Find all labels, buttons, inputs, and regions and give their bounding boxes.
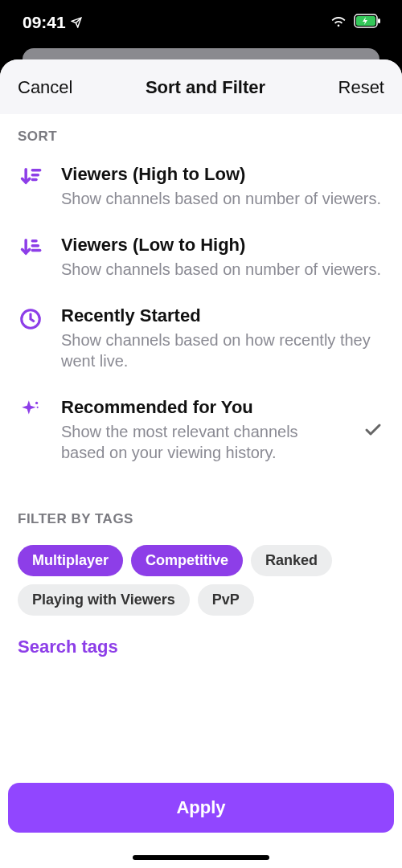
sort-option-title: Recently Started xyxy=(61,305,384,326)
home-indicator[interactable] xyxy=(133,855,269,860)
sheet-footer: Apply xyxy=(0,775,402,868)
sort-asc-icon xyxy=(18,236,43,262)
tag-playing-with-viewers[interactable]: Playing with Viewers xyxy=(18,584,190,616)
sheet-header: Cancel Sort and Filter Reset xyxy=(0,59,402,114)
search-tags-button[interactable]: Search tags xyxy=(0,619,136,675)
tag-ranked[interactable]: Ranked xyxy=(251,545,332,576)
tag-competitive[interactable]: Competitive xyxy=(131,545,243,576)
sort-filter-sheet: Cancel Sort and Filter Reset SORT Viewer… xyxy=(0,59,402,868)
filter-section-label: FILTER BY TAGS xyxy=(0,481,402,538)
sort-option-desc: Show the most relevant channels based on… xyxy=(61,421,344,463)
sort-option-title: Recommended for You xyxy=(61,397,344,418)
status-bar: 09:41 xyxy=(0,0,402,44)
sort-option-desc: Show channels based on number of viewers… xyxy=(61,188,384,209)
cancel-button[interactable]: Cancel xyxy=(18,77,72,98)
sort-option-title: Viewers (Low to High) xyxy=(61,235,384,256)
status-time: 09:41 xyxy=(23,13,66,32)
clock-icon xyxy=(18,307,43,333)
svg-point-4 xyxy=(35,402,38,404)
wifi-icon xyxy=(330,14,347,31)
apply-button[interactable]: Apply xyxy=(8,783,394,833)
sort-option-title: Viewers (High to Low) xyxy=(61,164,384,185)
tag-multiplayer[interactable]: Multiplayer xyxy=(18,545,123,576)
sort-section-label: SORT xyxy=(0,114,402,156)
battery-icon xyxy=(354,14,381,31)
tags-container: Multiplayer Competitive Ranked Playing w… xyxy=(0,538,402,619)
svg-rect-2 xyxy=(378,18,380,23)
location-icon xyxy=(71,13,82,32)
checkmark-icon xyxy=(362,419,384,441)
sort-option-recently-started[interactable]: Recently Started Show channels based on … xyxy=(0,297,402,389)
sort-option-viewers-high-low[interactable]: Viewers (High to Low) Show channels base… xyxy=(0,156,402,227)
tag-pvp[interactable]: PvP xyxy=(198,584,254,616)
sort-option-viewers-low-high[interactable]: Viewers (Low to High) Show channels base… xyxy=(0,227,402,297)
sheet-title: Sort and Filter xyxy=(146,77,265,98)
sparkle-icon xyxy=(18,399,43,424)
sort-option-desc: Show channels based on number of viewers… xyxy=(61,259,384,280)
reset-button[interactable]: Reset xyxy=(338,77,384,98)
sheet-content: SORT Viewers (High to Low) Show channels… xyxy=(0,114,402,775)
sort-desc-icon xyxy=(18,166,43,191)
sort-option-recommended[interactable]: Recommended for You Show the most releva… xyxy=(0,389,402,481)
svg-point-5 xyxy=(37,407,39,408)
sort-option-desc: Show channels based on how recently they… xyxy=(61,330,384,371)
